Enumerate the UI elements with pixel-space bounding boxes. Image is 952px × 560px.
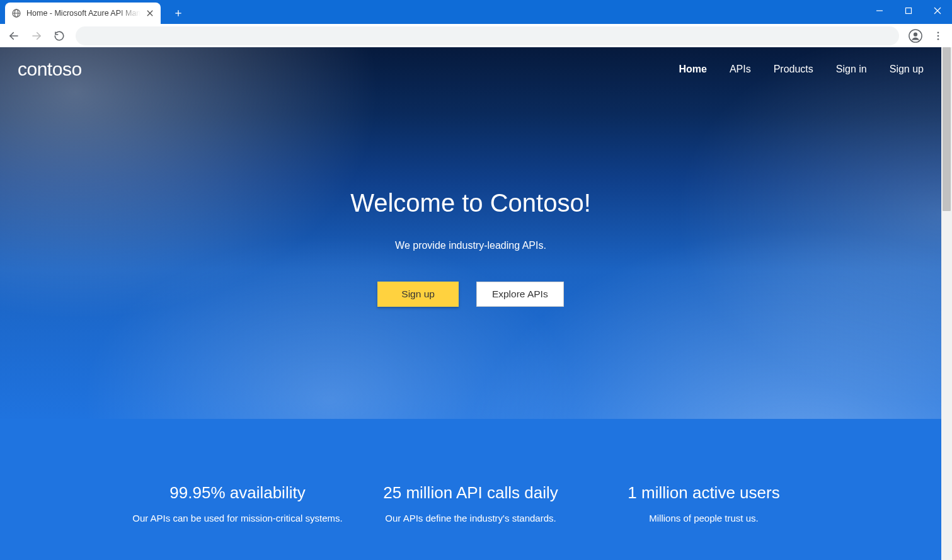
feature-title: 99.95% availability: [121, 483, 354, 503]
kebab-menu-icon[interactable]: [928, 26, 948, 46]
feature-title: 1 million active users: [587, 483, 820, 503]
signup-button[interactable]: Sign up: [377, 282, 459, 307]
main-nav: Home APIs Products Sign in Sign up: [679, 64, 924, 75]
viewport: contoso Home APIs Products Sign in Sign …: [0, 47, 952, 560]
nav-home[interactable]: Home: [679, 64, 706, 75]
features-section: 99.95% availability Our APIs can be used…: [0, 419, 941, 560]
scrollbar-thumb[interactable]: [943, 47, 951, 211]
profile-icon[interactable]: [905, 26, 926, 46]
feature-api-calls: 25 million API calls daily Our APIs defi…: [354, 483, 587, 523]
tab-title: Home - Microsoft Azure API Man: [26, 9, 141, 18]
svg-point-16: [938, 35, 939, 37]
browser-toolbar: [0, 24, 952, 47]
svg-point-14: [914, 32, 917, 36]
window-minimize-button[interactable]: [865, 0, 894, 21]
svg-rect-8: [906, 8, 912, 14]
nav-apis[interactable]: APIs: [730, 64, 751, 75]
browser-tab-active[interactable]: Home - Microsoft Azure API Man: [5, 3, 161, 24]
new-tab-button[interactable]: [169, 4, 187, 22]
feature-title: 25 million API calls daily: [354, 483, 587, 503]
nav-signin[interactable]: Sign in: [836, 64, 867, 75]
feature-subtitle: Our APIs can be used for mission-critica…: [121, 513, 354, 523]
explore-apis-button[interactable]: Explore APIs: [476, 282, 564, 307]
feature-subtitle: Millions of people trust us.: [587, 513, 820, 523]
window-close-button[interactable]: [923, 0, 952, 21]
feature-subtitle: Our APIs define the industry's standards…: [354, 513, 587, 523]
reload-button[interactable]: [49, 26, 69, 46]
window-controls: [865, 0, 952, 21]
svg-point-15: [938, 31, 939, 33]
nav-signup[interactable]: Sign up: [890, 64, 924, 75]
hero-title: Welcome to Contoso!: [350, 189, 591, 217]
forward-button[interactable]: [26, 26, 47, 46]
hero-subtitle: We provide industry-leading APIs.: [395, 240, 546, 251]
back-button[interactable]: [4, 26, 24, 46]
globe-icon: [11, 8, 21, 18]
address-bar[interactable]: [76, 26, 899, 45]
hero-section: contoso Home APIs Products Sign in Sign …: [0, 47, 941, 419]
feature-availability: 99.95% availability Our APIs can be used…: [121, 483, 354, 523]
nav-products[interactable]: Products: [774, 64, 813, 75]
feature-active-users: 1 million active users Millions of peopl…: [587, 483, 820, 523]
site-header: contoso Home APIs Products Sign in Sign …: [0, 47, 941, 91]
window-maximize-button[interactable]: [894, 0, 923, 21]
hero-cta-row: Sign up Explore APIs: [377, 282, 563, 307]
hero-inner: Welcome to Contoso! We provide industry-…: [0, 189, 941, 307]
close-tab-icon[interactable]: [146, 9, 154, 18]
vertical-scrollbar[interactable]: [941, 47, 952, 560]
brand-logo[interactable]: contoso: [18, 59, 82, 80]
page-content: contoso Home APIs Products Sign in Sign …: [0, 47, 941, 560]
browser-chrome: Home - Microsoft Azure API Man: [0, 0, 952, 47]
svg-point-17: [938, 38, 939, 40]
tab-strip: Home - Microsoft Azure API Man: [0, 0, 952, 24]
